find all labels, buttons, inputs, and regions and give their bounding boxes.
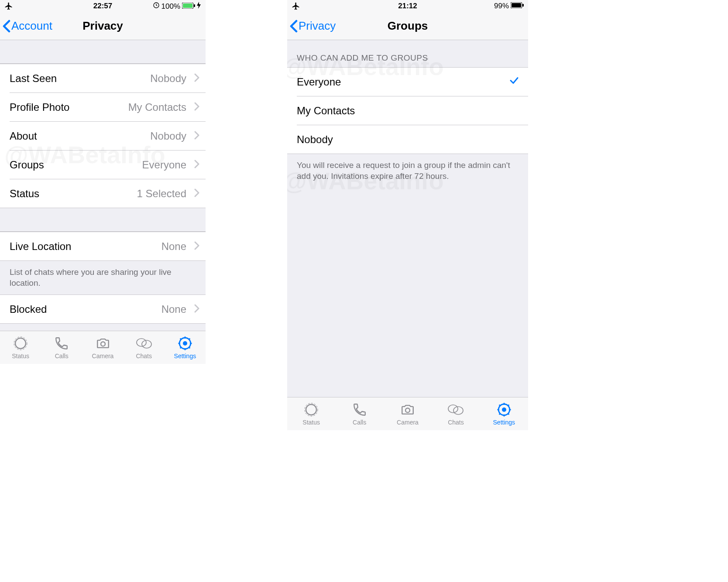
privacy-content: @WABetaInfo Last Seen Nobody Profile Pho… [0, 40, 206, 331]
row-about[interactable]: About Nobody [0, 122, 206, 150]
airplane-mode-icon [292, 2, 300, 13]
svg-point-28 [502, 407, 506, 412]
tab-label: Settings [493, 419, 515, 426]
row-label: Status [10, 188, 39, 200]
row-blocked[interactable]: Blocked None [0, 295, 206, 323]
chevron-right-icon [194, 73, 199, 84]
back-button[interactable]: Privacy [290, 19, 336, 33]
tab-label: Camera [92, 353, 114, 359]
row-value: My Contacts [128, 101, 186, 113]
option-my-contacts[interactable]: My Contacts [287, 96, 528, 125]
svg-point-26 [453, 407, 463, 414]
row-label: About [10, 130, 37, 142]
svg-rect-21 [522, 4, 524, 7]
row-profile-photo[interactable]: Profile Photo My Contacts [0, 93, 206, 121]
svg-line-35 [499, 413, 500, 414]
row-status[interactable]: Status 1 Selected [0, 179, 206, 208]
status-icon [304, 402, 319, 417]
svg-rect-3 [194, 4, 195, 7]
phone-icon [352, 402, 367, 417]
nav-bar: Account Privacy [0, 12, 206, 40]
battery-icon [511, 2, 524, 10]
screenshot-privacy: 22:57 100% Account Privacy @WABetaInfo L… [0, 0, 206, 364]
back-button[interactable]: Account [3, 19, 52, 33]
tab-label: Settings [174, 353, 196, 359]
row-last-seen[interactable]: Last Seen Nobody [0, 64, 206, 92]
svg-line-16 [189, 347, 190, 348]
back-label: Privacy [299, 19, 336, 33]
checkmark-icon [509, 75, 519, 89]
chevron-right-icon [194, 102, 199, 113]
svg-line-18 [189, 338, 190, 339]
section-footer: You will receive a request to join a gro… [287, 154, 528, 188]
tab-bar: Status Calls Camera Chats Settings [287, 397, 528, 430]
svg-line-17 [180, 347, 182, 348]
svg-point-4 [15, 338, 26, 349]
svg-point-22 [306, 404, 316, 415]
chevron-left-icon [290, 20, 298, 33]
page-title: Groups [388, 19, 428, 33]
airplane-mode-icon [4, 2, 13, 13]
tab-label: Status [12, 353, 29, 359]
svg-point-7 [137, 339, 146, 346]
svg-point-6 [101, 342, 105, 346]
svg-point-8 [142, 340, 151, 348]
phone-icon [54, 336, 69, 351]
nav-bar: Privacy Groups [287, 12, 528, 40]
blocked-footer: List of contacts you have blocked. [0, 324, 206, 331]
svg-rect-2 [183, 3, 192, 8]
row-value: None [161, 240, 186, 253]
back-label: Account [11, 19, 52, 33]
status-time: 21:12 [398, 2, 417, 10]
row-groups[interactable]: Groups Everyone [0, 151, 206, 179]
tab-chats[interactable]: Chats [432, 397, 480, 430]
charging-icon [197, 2, 201, 11]
orientation-lock-icon [153, 2, 160, 11]
tab-label: Calls [353, 419, 366, 426]
tab-settings[interactable]: Settings [165, 331, 206, 364]
row-value: Nobody [150, 130, 186, 142]
chevron-right-icon [194, 160, 199, 170]
row-label: Last Seen [10, 72, 57, 85]
tab-camera[interactable]: Camera [384, 397, 432, 430]
row-value: None [161, 303, 186, 315]
status-icon [13, 336, 28, 351]
live-location-footer: List of chats where you are sharing your… [0, 261, 206, 294]
tab-settings[interactable]: Settings [480, 397, 528, 430]
option-nobody[interactable]: Nobody [287, 125, 528, 154]
svg-line-33 [499, 404, 500, 406]
tab-label: Chats [448, 419, 464, 426]
row-live-location[interactable]: Live Location None [0, 232, 206, 260]
screenshot-groups: 21:12 99% Privacy Groups @WABetaInfo @WA… [287, 0, 528, 430]
svg-point-5 [14, 337, 27, 350]
row-value: Everyone [142, 159, 186, 171]
svg-line-15 [180, 338, 182, 339]
gear-icon [178, 336, 192, 351]
tab-status[interactable]: Status [287, 397, 335, 430]
chats-icon [447, 402, 464, 417]
chevron-right-icon [194, 241, 199, 252]
camera-icon [96, 336, 110, 351]
option-label: Everyone [297, 76, 341, 88]
option-everyone[interactable]: Everyone [287, 68, 528, 96]
page-title: Privacy [82, 19, 123, 33]
option-label: Nobody [297, 134, 333, 146]
status-bar: 22:57 100% [0, 0, 206, 12]
camera-icon [400, 402, 415, 417]
tab-bar: Status Calls Camera Chats Settings [0, 331, 206, 364]
chevron-right-icon [194, 304, 199, 315]
svg-point-24 [405, 408, 410, 412]
tab-status[interactable]: Status [0, 331, 41, 364]
tab-camera[interactable]: Camera [82, 331, 123, 364]
row-label: Live Location [10, 240, 71, 253]
chevron-left-icon [3, 20, 10, 33]
battery-text: 99% [494, 2, 509, 10]
row-label: Profile Photo [10, 101, 69, 113]
gear-icon [497, 402, 512, 417]
svg-rect-20 [512, 3, 521, 7]
tab-calls[interactable]: Calls [335, 397, 383, 430]
tab-chats[interactable]: Chats [124, 331, 165, 364]
chats-icon [136, 336, 152, 351]
tab-calls[interactable]: Calls [41, 331, 82, 364]
status-bar: 21:12 99% [287, 0, 528, 12]
